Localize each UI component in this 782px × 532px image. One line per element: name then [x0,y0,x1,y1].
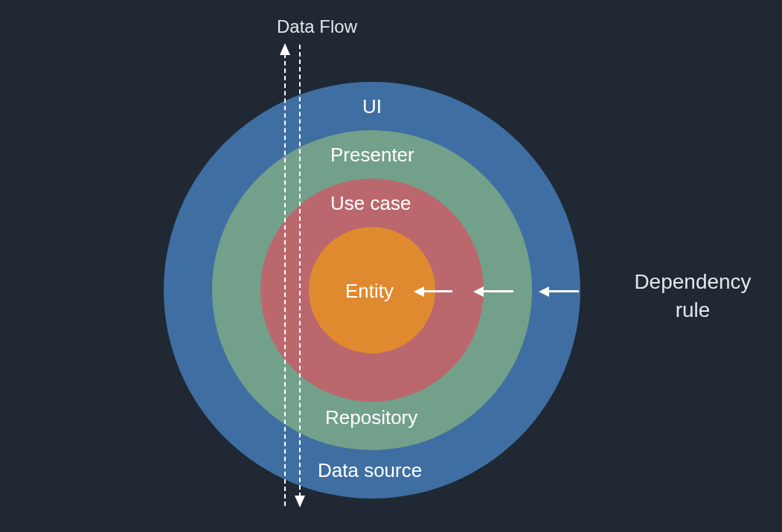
layer-datasource-label: Data source [318,459,422,482]
data-flow-arrow-down-line [299,45,301,497]
architecture-diagram: UI Presenter Use case Entity Repository … [0,0,782,532]
layer-presenter-label: Presenter [330,144,414,167]
data-flow-title: Data Flow [277,16,357,37]
dependency-rule-line1: Dependency [634,270,751,293]
layer-usecase-label: Use case [330,192,411,215]
dependency-arrow-3-icon [548,290,579,292]
layer-ui-label: UI [362,95,382,118]
data-flow-arrow-up-line [284,54,286,506]
layer-entity-label: Entity [345,280,394,303]
arrow-up-icon [280,43,290,55]
dependency-rule-label: Dependency rule [622,268,763,324]
arrow-down-icon [295,496,305,507]
dependency-arrow-1-icon [423,290,452,292]
dependency-arrow-2-icon [482,290,513,292]
dependency-rule-line2: rule [676,298,711,321]
layer-repository-label: Repository [325,406,417,429]
